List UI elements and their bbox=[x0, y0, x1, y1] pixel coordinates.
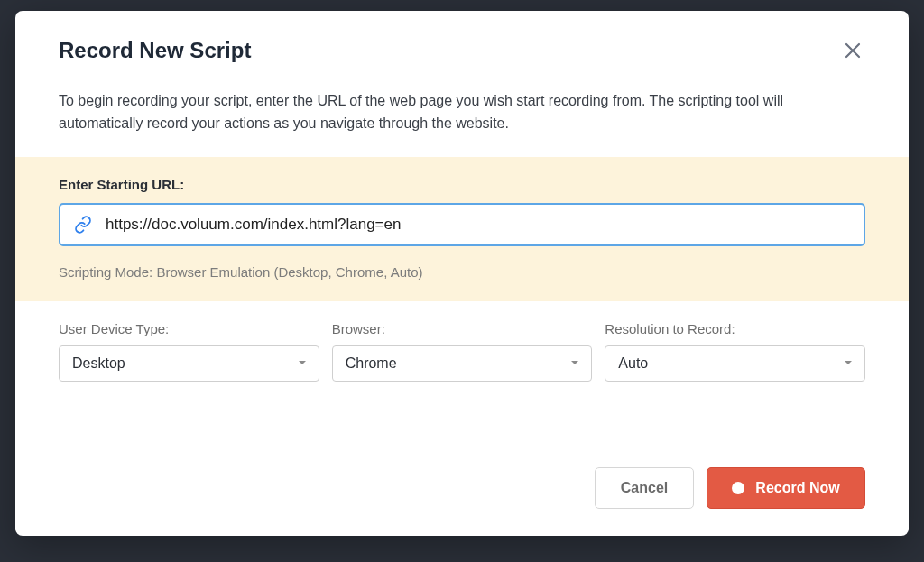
resolution-label: Resolution to Record: bbox=[605, 321, 865, 336]
device-type-column: User Device Type: Desktop bbox=[59, 321, 319, 382]
modal-title: Record New Script bbox=[59, 38, 251, 63]
record-button-label: Record Now bbox=[755, 480, 839, 496]
caret-down-icon bbox=[843, 355, 854, 372]
modal-description: To begin recording your script, enter th… bbox=[15, 65, 909, 157]
caret-down-icon bbox=[297, 355, 308, 372]
browser-column: Browser: Chrome bbox=[332, 321, 593, 382]
caret-down-icon bbox=[569, 355, 580, 372]
link-icon bbox=[73, 215, 93, 235]
browser-label: Browser: bbox=[332, 321, 593, 336]
cancel-button[interactable]: Cancel bbox=[595, 467, 694, 509]
resolution-column: Resolution to Record: Auto bbox=[605, 321, 865, 382]
close-button[interactable] bbox=[840, 40, 865, 65]
modal-header: Record New Script bbox=[15, 11, 909, 65]
url-label: Enter Starting URL: bbox=[59, 177, 865, 192]
modal-footer: Cancel Record Now bbox=[15, 446, 909, 536]
options-row: User Device Type: Desktop Browser: Chrom… bbox=[15, 301, 909, 391]
resolution-select[interactable]: Auto bbox=[605, 345, 865, 382]
record-now-button[interactable]: Record Now bbox=[707, 467, 865, 509]
cancel-button-label: Cancel bbox=[621, 480, 668, 496]
device-type-label: User Device Type: bbox=[59, 321, 319, 336]
device-type-value: Desktop bbox=[72, 355, 125, 372]
url-input[interactable] bbox=[106, 205, 851, 244]
resolution-value: Auto bbox=[618, 355, 648, 372]
url-input-container[interactable] bbox=[59, 203, 865, 246]
record-new-script-modal: Record New Script To begin recording you… bbox=[15, 11, 909, 536]
url-section: Enter Starting URL: Scripting Mode: Brow… bbox=[15, 157, 909, 301]
record-icon bbox=[732, 482, 744, 494]
close-icon bbox=[845, 41, 861, 64]
scripting-mode-text: Scripting Mode: Browser Emulation (Deskt… bbox=[59, 264, 865, 280]
browser-select[interactable]: Chrome bbox=[332, 345, 593, 382]
browser-value: Chrome bbox=[346, 355, 397, 372]
device-type-select[interactable]: Desktop bbox=[59, 345, 319, 382]
